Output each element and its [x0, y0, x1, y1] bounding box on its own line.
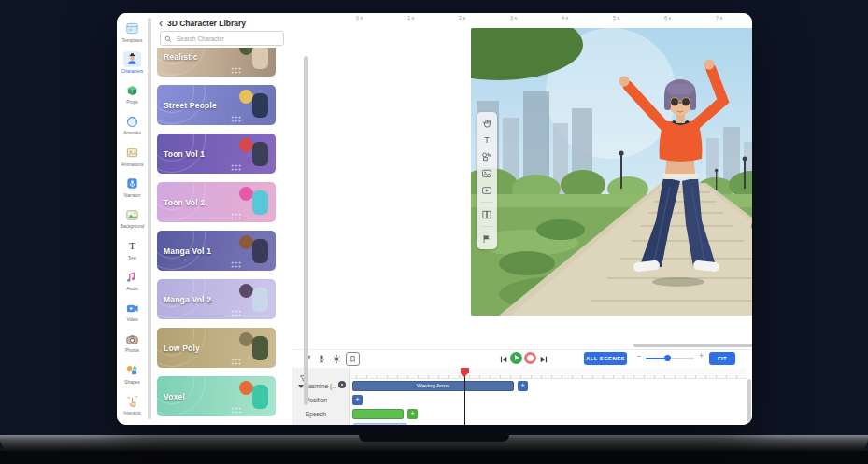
gear-icon[interactable]	[338, 381, 346, 388]
clip-speech[interactable]	[352, 409, 404, 419]
timeline-zoom-out[interactable]: −	[636, 351, 641, 360]
sidebar-item-background[interactable]: Background	[117, 207, 148, 238]
sidebar-item-label: Interacts	[123, 411, 140, 415]
search-icon	[164, 30, 172, 47]
sidebar-item-props[interactable]: Props	[117, 83, 148, 114]
pan-tool-icon[interactable]	[481, 117, 493, 129]
sidebar-item-label: Text	[128, 256, 136, 260]
figure-decoration	[252, 190, 268, 215]
pages-tool-icon[interactable]	[481, 208, 493, 220]
sidebar-item-text[interactable]: T Text	[117, 238, 148, 269]
card-street-people[interactable]: Street People ++++++	[157, 85, 276, 125]
timeline-zoom-in[interactable]: +	[699, 351, 704, 360]
figure-decoration	[252, 336, 268, 360]
timeline-ruler[interactable]	[350, 368, 747, 379]
sidebar-item-label: Video	[126, 317, 137, 322]
track-name-speech[interactable]: Speech	[306, 411, 326, 417]
props-icon	[123, 83, 141, 99]
bookmark-button[interactable]	[346, 352, 360, 366]
timeline-zoom-slider-thumb[interactable]	[664, 355, 671, 361]
figure-decoration	[252, 142, 268, 166]
figure-decoration	[252, 385, 268, 409]
play-button[interactable]	[510, 352, 522, 364]
sidebar-item-label: Audio	[126, 287, 137, 291]
fit-button[interactable]: FIT	[709, 352, 735, 365]
clip-waving-arms[interactable]: Waving Arms	[352, 381, 514, 391]
card-manga-vol-1[interactable]: Manga Vol 1 ++++++	[157, 231, 276, 271]
sidebar-item-artworks[interactable]: Artworks	[117, 114, 148, 145]
card-title: Manga Vol 1	[164, 246, 211, 256]
card-voxel[interactable]: Voxel ++++++	[157, 376, 276, 416]
add-position-button[interactable]: +	[352, 395, 363, 405]
card-title: Street People	[164, 101, 217, 110]
shapes-tool-icon[interactable]	[481, 150, 493, 162]
sidebar-item-animations[interactable]: Animations	[117, 145, 148, 176]
figure-decoration	[239, 187, 253, 201]
sidebar-item-interacts[interactable]: Interacts	[117, 394, 148, 425]
search-box[interactable]	[160, 31, 284, 46]
library-title: 3D Character Library	[167, 19, 246, 28]
flag-tool-icon[interactable]	[481, 232, 493, 245]
toolbar-divider	[480, 202, 493, 203]
figure-decoration	[239, 284, 253, 298]
add-animation-button[interactable]: +	[518, 381, 528, 391]
figure-decoration	[252, 288, 268, 312]
figure-decoration	[252, 48, 268, 69]
library-header: ‹ 3D Character Library	[152, 16, 246, 31]
search-input[interactable]	[175, 35, 272, 43]
figure-decoration	[252, 93, 268, 118]
card-toon-vol-2[interactable]: Toon Vol 2 ++++++	[157, 182, 276, 222]
skip-start-button[interactable]	[498, 354, 508, 364]
sidebar-item-video[interactable]: Video	[117, 301, 148, 331]
card-title: Realistic	[164, 52, 198, 62]
sidebar-item-label: Templates	[122, 38, 143, 43]
sidebar-item-templates[interactable]: Templates	[117, 21, 148, 51]
all-scenes-button[interactable]: ALL SCENES	[584, 352, 627, 365]
ruler-label: 6 s	[664, 15, 671, 21]
card-realistic[interactable]: Realistic ++++++	[157, 48, 276, 77]
sidebar-item-label: Characters	[121, 69, 143, 74]
figure-decoration	[239, 90, 253, 104]
sidebar-item-narrator[interactable]: Narrator	[117, 176, 148, 206]
video-tool-icon[interactable]	[481, 184, 493, 196]
stage-scene	[471, 28, 752, 316]
image-tool-icon[interactable]	[481, 167, 493, 179]
text-tool-icon[interactable]: T	[481, 134, 493, 146]
sidebar-item-label: Narrator	[124, 193, 141, 198]
clip-camera-1[interactable]: Camera 1	[353, 423, 407, 426]
stage-toolbar: T	[477, 112, 497, 249]
sidebar-item-characters[interactable]: Characters	[117, 51, 148, 82]
character-library-panel: ‹ 3D Character Library Realistic ++++++ …	[152, 13, 292, 425]
card-low-poly[interactable]: Low Poly ++++++	[157, 328, 276, 368]
narrator-icon	[123, 176, 141, 191]
horizontal-scrollbar[interactable]	[633, 344, 752, 347]
card-toon-vol-1[interactable]: Toon Vol 1 ++++++	[157, 134, 276, 174]
ruler-label: 3 s	[510, 15, 517, 21]
skip-end-button[interactable]	[538, 354, 548, 364]
ruler-label: 5 s	[613, 15, 619, 21]
text-icon: T	[123, 238, 141, 254]
sidebar-item-photos[interactable]: Photos	[117, 331, 148, 362]
microphone-icon[interactable]	[316, 353, 328, 365]
dots-decoration: ++++++	[231, 163, 242, 171]
card-title: Toon Vol 2	[164, 198, 205, 207]
sidebar-item-audio[interactable]: Audio	[117, 269, 148, 300]
shapes-icon	[123, 362, 141, 378]
sidebar-item-shapes[interactable]: Shapes	[117, 362, 148, 393]
background-icon	[123, 207, 141, 223]
video-icon	[123, 301, 141, 316]
effects-sun-icon[interactable]	[331, 353, 343, 365]
record-button[interactable]	[524, 352, 536, 364]
sidebar-scrollbar[interactable]	[148, 18, 151, 419]
animations-icon	[123, 145, 141, 161]
back-chevron-icon[interactable]: ‹	[159, 19, 163, 28]
timeline-vertical-scrollbar[interactable]	[747, 379, 751, 422]
library-scrollbar[interactable]	[304, 56, 308, 405]
track-name-position[interactable]: Position	[306, 397, 327, 403]
card-manga-vol-2[interactable]: Manga Vol 2 ++++++	[157, 279, 276, 319]
add-speech-button[interactable]: +	[407, 409, 418, 419]
track-name-camera[interactable]: Camera	[300, 424, 321, 426]
stage-viewport[interactable]	[471, 28, 752, 316]
playhead-handle[interactable]	[461, 368, 469, 373]
svg-text:T: T	[129, 240, 135, 251]
